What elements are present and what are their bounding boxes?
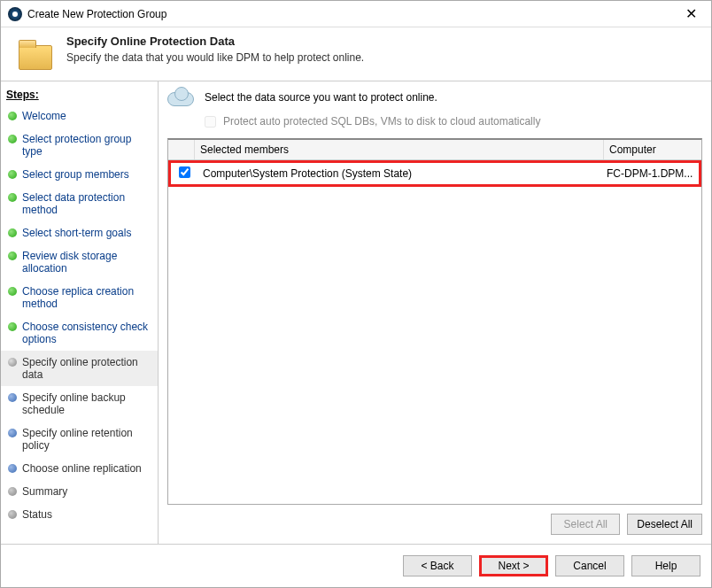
bullet-icon <box>8 393 17 402</box>
step-status[interactable]: Status <box>1 503 158 526</box>
app-icon <box>8 7 22 21</box>
bullet-icon <box>8 322 17 331</box>
bullet-icon <box>8 193 17 202</box>
main-panel: Select the data source you want to prote… <box>159 81 711 544</box>
cancel-button[interactable]: Cancel <box>555 555 624 576</box>
wizard-footer: < Back Next > Cancel Help <box>1 544 711 587</box>
step-specify-online-retention-policy[interactable]: Specify online retention policy <box>1 422 158 457</box>
instruction-text: Select the data source you want to prote… <box>205 91 437 104</box>
help-button[interactable]: Help <box>631 555 700 576</box>
step-welcome[interactable]: Welcome <box>1 104 158 128</box>
bullet-icon <box>8 358 17 367</box>
row-member: Computer\System Protection (System State… <box>197 164 601 183</box>
deselect-all-button[interactable]: Deselect All <box>627 514 702 535</box>
bullet-icon <box>8 228 17 237</box>
step-select-short-term-goals[interactable]: Select short-term goals <box>1 221 158 244</box>
auto-protect-checkbox: Protect auto protected SQL DBs, VMs to d… <box>205 115 702 128</box>
bullet-icon <box>8 487 17 496</box>
close-button[interactable]: ✕ <box>677 5 704 22</box>
wizard-header: Specify Online Protection Data Specify t… <box>1 27 711 81</box>
row-checkbox[interactable] <box>179 166 190 178</box>
next-button[interactable]: Next > <box>479 555 548 576</box>
folder-icon <box>19 38 54 70</box>
bullet-icon <box>8 287 17 296</box>
steps-heading: Steps: <box>1 87 158 104</box>
col-check <box>168 140 195 159</box>
table-header: Selected members Computer <box>168 140 701 160</box>
col-computer: Computer <box>604 140 701 159</box>
step-select-data-protection-method[interactable]: Select data protection method <box>1 186 158 221</box>
step-specify-online-protection-data[interactable]: Specify online protection data <box>1 351 158 386</box>
step-summary[interactable]: Summary <box>1 480 158 503</box>
page-subtitle: Specify the data that you would like DPM… <box>66 51 364 64</box>
step-choose-replica-creation-method[interactable]: Choose replica creation method <box>1 280 158 315</box>
col-selected-members: Selected members <box>195 140 604 159</box>
bullet-icon <box>8 429 17 437</box>
step-choose-online-replication[interactable]: Choose online replication <box>1 457 158 480</box>
step-select-protection-group-type[interactable]: Select protection group type <box>1 128 158 163</box>
step-choose-consistency-check-options[interactable]: Choose consistency check options <box>1 315 158 351</box>
step-select-group-members[interactable]: Select group members <box>1 163 158 186</box>
dialog-window: Create New Protection Group ✕ Specify On… <box>0 0 712 588</box>
step-specify-online-backup-schedule[interactable]: Specify online backup schedule <box>1 386 158 422</box>
bullet-icon <box>8 464 17 473</box>
bullet-icon <box>8 251 17 260</box>
row-computer: FC-DPM-1.DPM... <box>601 164 699 183</box>
auto-protect-label: Protect auto protected SQL DBs, VMs to d… <box>223 115 540 128</box>
titlebar: Create New Protection Group ✕ <box>1 1 711 27</box>
cloud-icon <box>167 89 194 106</box>
back-button[interactable]: < Back <box>403 555 472 576</box>
members-table: Selected members Computer Computer\Syste… <box>167 138 702 505</box>
select-all-button[interactable]: Select All <box>551 514 620 535</box>
table-empty-area <box>168 187 701 504</box>
page-title: Specify Online Protection Data <box>66 35 364 48</box>
auto-protect-input <box>205 116 216 128</box>
bullet-icon <box>8 112 17 120</box>
bullet-icon <box>8 135 17 143</box>
bullet-icon <box>8 510 17 519</box>
steps-sidebar: Steps: Welcome Select protection group t… <box>1 81 159 544</box>
bullet-icon <box>8 170 17 179</box>
step-review-disk-storage-allocation[interactable]: Review disk storage allocation <box>1 244 158 280</box>
window-title: Create New Protection Group <box>27 8 166 20</box>
table-row[interactable]: Computer\System Protection (System State… <box>168 160 701 187</box>
